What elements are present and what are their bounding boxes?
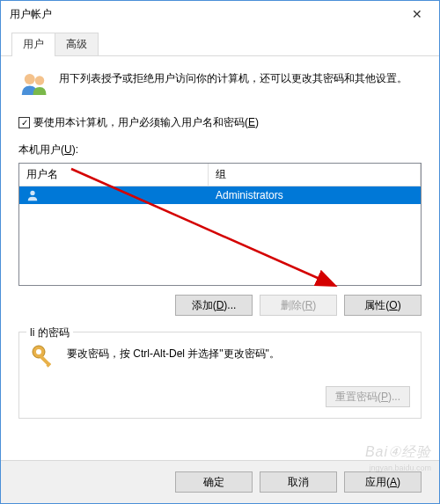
checkbox-label-after: ) [255, 116, 259, 128]
groupbox-title: li 的密码 [26, 325, 73, 340]
add-button[interactable]: 添加(D)... [175, 295, 253, 316]
tabstrip: 用户 高级 [1, 27, 439, 56]
user-icon [26, 189, 39, 201]
content-pane: 用下列表授予或拒绝用户访问你的计算机，还可以更改其密码和其他设置。 ✓ 要使用本… [1, 56, 439, 460]
tab-advanced[interactable]: 高级 [55, 33, 99, 55]
reset-password-button[interactable]: 重置密码(P)... [326, 386, 410, 407]
ok-button[interactable]: 确定 [175, 471, 253, 493]
svg-point-1 [35, 76, 45, 85]
require-login-checkbox[interactable]: ✓ 要使用本计算机，用户必须输入用户名和密码(E) [18, 115, 422, 130]
svg-point-2 [30, 191, 34, 195]
description-text: 用下列表授予或拒绝用户访问你的计算机，还可以更改其密码和其他设置。 [59, 69, 422, 86]
window-title: 用户帐户 [10, 7, 399, 22]
user-button-row: 添加(D)... 删除(R) 属性(O) [18, 295, 422, 316]
checkbox-mnemonic: E [248, 116, 255, 128]
cancel-button[interactable]: 取消 [260, 471, 337, 493]
users-list-label: 本机用户(U): [18, 142, 422, 157]
remove-button[interactable]: 删除(R) [260, 295, 337, 316]
close-icon: ✕ [412, 7, 422, 21]
close-button[interactable]: ✕ [399, 2, 436, 26]
checkbox-icon: ✓ [18, 117, 30, 128]
svg-point-6 [36, 349, 41, 354]
password-instruction: 要改密码，按 Ctrl-Alt-Del 并选择"更改密码"。 [67, 347, 280, 362]
checkbox-label-before: 要使用本计算机，用户必须输入用户名和密码( [33, 116, 248, 128]
column-username[interactable]: 用户名 [19, 164, 209, 186]
svg-point-0 [25, 74, 35, 84]
users-icon [18, 69, 50, 103]
listview-header: 用户名 组 [19, 164, 421, 186]
watermark: Bai④经验 [365, 443, 431, 462]
table-row[interactable]: Administrators [19, 186, 421, 204]
column-group[interactable]: 组 [209, 164, 421, 186]
watermark-sub: jngyan.baidu.com [369, 464, 431, 472]
key-icon [30, 343, 58, 374]
password-groupbox: li 的密码 要改密码，按 Ctrl-Alt-Del 并选择"更改密码"。 重置… [18, 332, 422, 419]
apply-button[interactable]: 应用(A) [344, 471, 422, 493]
properties-button[interactable]: 属性(O) [344, 295, 422, 316]
cell-group: Administrators [209, 189, 421, 201]
titlebar: 用户帐户 ✕ [1, 1, 439, 27]
tab-users[interactable]: 用户 [11, 33, 55, 56]
users-listview[interactable]: 用户名 组 Administrators [18, 163, 422, 286]
